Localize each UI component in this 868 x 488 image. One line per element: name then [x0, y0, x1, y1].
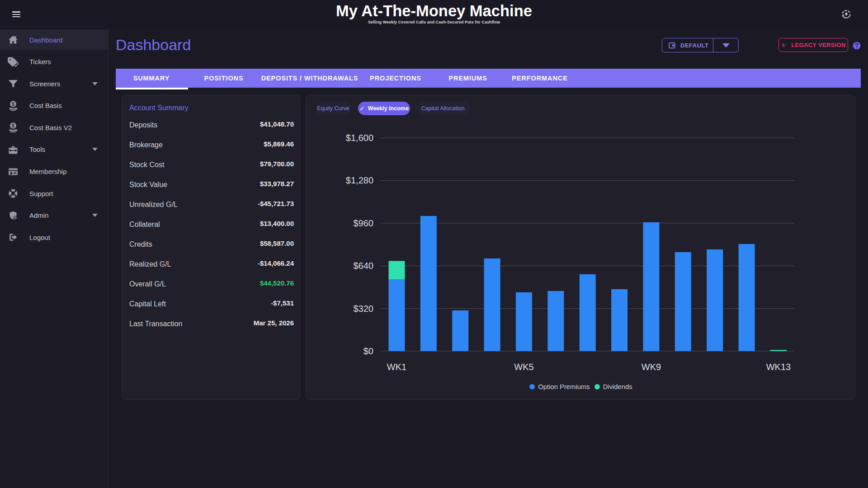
svg-text:WK9: WK9	[642, 362, 661, 372]
svg-text:WK5: WK5	[514, 362, 533, 372]
svg-text:$: $	[12, 123, 14, 128]
svg-text:$320: $320	[354, 304, 374, 314]
svg-text:WK13: WK13	[766, 362, 791, 372]
svg-text:$640: $640	[354, 261, 374, 271]
svg-text:$0: $0	[363, 346, 373, 356]
svg-text:$1,600: $1,600	[346, 133, 373, 143]
svg-text:$: $	[12, 101, 14, 106]
svg-text:$1,280: $1,280	[346, 175, 373, 185]
svg-text:$960: $960	[354, 218, 374, 228]
svg-text:WK1: WK1	[387, 362, 406, 372]
